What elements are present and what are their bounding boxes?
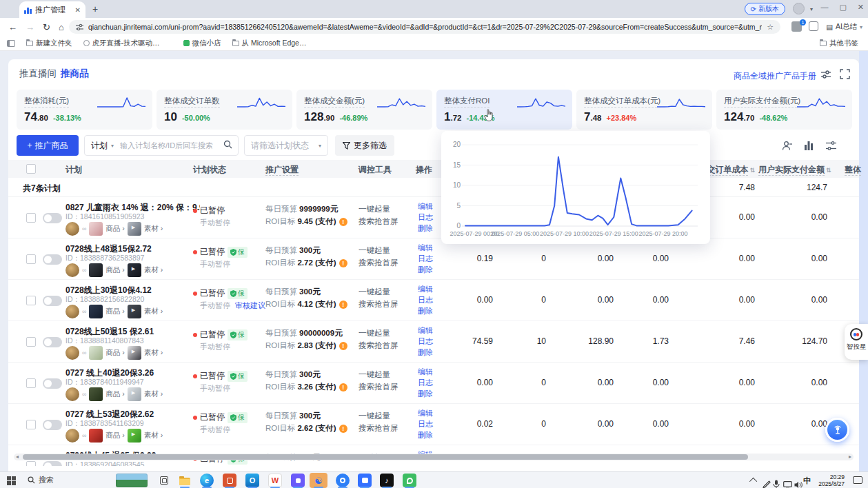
edit-link[interactable]: 编辑 <box>418 243 433 253</box>
bookmark-item[interactable]: 微信小店 <box>183 39 221 48</box>
row-toggle-switch[interactable] <box>43 420 62 430</box>
stat-card[interactable]: 整体成交订单数 10 -50.00% <box>157 90 292 130</box>
log-link[interactable]: 日志 <box>418 419 433 429</box>
product-link[interactable]: 商品 › <box>105 389 124 399</box>
custom-metric-user-icon[interactable] <box>778 136 796 154</box>
horizontal-scrollbar[interactable]: ◂ ▸ <box>14 454 854 460</box>
task-view-icon[interactable] <box>160 476 168 485</box>
tab-close-icon[interactable]: ✕ <box>75 6 81 14</box>
app-green[interactable] <box>403 474 416 487</box>
tray-clock[interactable]: 20:292025/8/27 <box>816 474 845 487</box>
tool-boost-link[interactable]: 一键起量 <box>359 204 390 214</box>
col-overall[interactable]: 整体 <box>845 164 865 176</box>
row-toggle-switch[interactable] <box>43 378 62 389</box>
delete-link[interactable]: 删除 <box>418 306 433 316</box>
product-link[interactable]: 商品 › <box>105 431 124 440</box>
tool-boost-link[interactable]: 一键起量 <box>359 328 390 338</box>
tab-promote-live[interactable]: 推直播间 <box>19 68 57 80</box>
edit-link[interactable]: 编辑 <box>418 408 433 418</box>
material-link[interactable]: 素材 › <box>144 307 163 316</box>
row-toggle-switch[interactable] <box>43 213 62 223</box>
assistant-widget[interactable]: 智投星 <box>845 324 868 360</box>
delete-link[interactable]: 删除 <box>418 265 433 275</box>
settings-sliders-icon[interactable] <box>820 69 833 81</box>
delete-link[interactable]: 删除 <box>418 430 433 440</box>
app-file-explorer[interactable] <box>178 474 192 487</box>
window-close-button[interactable]: ✕ <box>858 3 864 12</box>
tab-promote-product[interactable]: 推商品 <box>61 68 89 80</box>
tool-search-link[interactable]: 搜索抢首屏 <box>359 382 398 392</box>
bookmark-item[interactable]: 新建文件夹 <box>26 39 72 48</box>
extensions-puzzle-icon[interactable] <box>809 21 818 31</box>
tool-boost-link[interactable]: 一键起量 <box>359 287 390 297</box>
log-link[interactable]: 日志 <box>418 254 433 264</box>
row-toggle-switch[interactable] <box>43 296 62 306</box>
warning-icon[interactable]: ! <box>339 425 347 433</box>
tool-search-link[interactable]: 搜索抢首屏 <box>359 258 398 268</box>
browser-profile-avatar[interactable] <box>793 3 805 14</box>
new-tab-button[interactable]: + <box>92 3 98 14</box>
col-setting[interactable]: 推广设置 <box>265 164 356 176</box>
browser-tab[interactable]: 推广管理 ✕ <box>19 1 85 18</box>
row-checkbox[interactable] <box>26 213 36 223</box>
side-panel-icon[interactable] <box>7 40 15 47</box>
plan-type-select[interactable]: 计划▾ <box>85 140 120 152</box>
tray-mic-icon[interactable] <box>773 476 780 488</box>
warning-icon[interactable]: ! <box>339 342 347 350</box>
sort-icon[interactable]: ⇅ <box>749 167 755 174</box>
other-bookmarks[interactable]: 其他书签 <box>820 39 858 48</box>
tray-network-icon[interactable] <box>783 476 792 488</box>
edit-link[interactable]: 编辑 <box>418 367 433 377</box>
material-link[interactable]: 素材 › <box>144 431 163 440</box>
delete-link[interactable]: 删除 <box>418 389 433 399</box>
window-maximize-button[interactable]: ▢ <box>839 3 846 12</box>
select-all-checkbox[interactable] <box>26 164 36 174</box>
tool-search-link[interactable]: 搜索抢首屏 <box>359 423 398 434</box>
bookmark-item[interactable]: 从 Microsoft Edge… <box>232 39 307 48</box>
help-broadcast-button[interactable] <box>825 418 849 442</box>
notification-icon[interactable] <box>853 476 862 484</box>
material-link[interactable]: 素材 › <box>144 224 163 234</box>
col-status[interactable]: 计划状态 <box>193 164 262 176</box>
col-plan[interactable]: 计划 <box>65 164 190 176</box>
row-checkbox[interactable] <box>26 296 36 305</box>
home-button[interactable]: ⌂ <box>59 22 64 32</box>
row-checkbox[interactable] <box>26 378 36 388</box>
row-checkbox[interactable] <box>26 461 36 466</box>
log-link[interactable]: 日志 <box>418 295 433 305</box>
promote-product-button[interactable]: +推广商品 <box>17 135 79 156</box>
url-bar[interactable]: qianchuan.jinritemai.com/uni-prom?aavid=… <box>69 20 780 34</box>
edit-link[interactable]: 编辑 <box>418 284 433 294</box>
ai-summary-button[interactable]: ▤ AI总结 ▾ <box>826 21 862 33</box>
sort-icon[interactable]: ⇅ <box>826 167 831 174</box>
app-outlook[interactable]: O <box>245 474 259 487</box>
row-checkbox[interactable] <box>26 337 36 347</box>
app-blue-square[interactable] <box>358 474 372 487</box>
chart-columns-icon[interactable] <box>800 136 818 154</box>
page-scrollbar[interactable] <box>859 51 868 471</box>
ime-indicator[interactable]: 中 <box>803 476 811 486</box>
stat-card[interactable]: 整体成交金额(元) 128 .90 -46.89% <box>296 90 432 130</box>
scroll-left-arrow[interactable]: ◂ <box>16 454 19 460</box>
col-user-pay[interactable]: 用户实际支付金额⇅ <box>758 164 827 176</box>
fullscreen-icon[interactable] <box>840 69 852 81</box>
app-wps[interactable]: W <box>268 474 282 487</box>
app-qianchuan-active[interactable]: ☯ <box>312 474 325 487</box>
tool-boost-link[interactable]: 一键起量 <box>359 245 390 256</box>
app-douyin[interactable]: ♪ <box>380 474 394 487</box>
scrollbar-thumb[interactable] <box>23 454 748 460</box>
more-filters-button[interactable]: 更多筛选 <box>335 135 394 156</box>
product-link[interactable]: 商品 › <box>105 224 124 234</box>
app-blue-circle[interactable] <box>336 474 350 487</box>
product-link[interactable]: 商品 › <box>105 348 124 358</box>
tool-boost-link[interactable]: 一键起量 <box>359 369 390 380</box>
app-edge[interactable]: e <box>200 474 214 487</box>
row-toggle-switch[interactable] <box>43 337 62 347</box>
row-checkbox[interactable] <box>26 420 36 429</box>
material-link[interactable]: 素材 › <box>144 265 163 275</box>
app-purple[interactable] <box>291 474 305 487</box>
bookmark-item[interactable]: 虎牙直播-技术驱动… <box>83 39 160 48</box>
tray-volume-icon[interactable] <box>794 476 803 488</box>
reload-button[interactable]: ↻ <box>43 22 50 32</box>
warning-icon[interactable]: ! <box>339 259 347 267</box>
